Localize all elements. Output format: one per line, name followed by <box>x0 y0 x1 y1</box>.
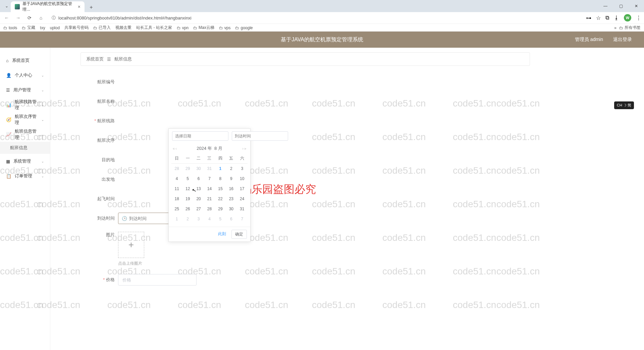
arrive-time-input[interactable]: 🕒 <box>118 213 170 224</box>
dp-day-cell[interactable]: 6 <box>193 174 204 184</box>
dp-day-cell[interactable]: 4 <box>171 174 182 184</box>
dp-now-button[interactable]: 此刻 <box>215 230 229 239</box>
dp-day-cell[interactable]: 31 <box>204 164 215 174</box>
upload-button[interactable]: + <box>118 232 144 258</box>
logout-link[interactable]: 退出登录 <box>613 37 632 43</box>
dp-day-cell[interactable]: 26 <box>182 204 193 214</box>
bookmark-item[interactable]: uplod <box>50 26 60 30</box>
dp-day-cell[interactable]: 12 <box>182 184 193 194</box>
dp-day-cell[interactable]: 22 <box>215 194 226 204</box>
dp-day-cell[interactable]: 11 <box>171 184 182 194</box>
dp-day-cell[interactable]: 19 <box>182 194 193 204</box>
dp-day-cell[interactable]: 29 <box>215 204 226 214</box>
dp-day-cell[interactable]: 15 <box>215 184 226 194</box>
dp-day-cell[interactable]: 13 <box>193 184 204 194</box>
password-icon[interactable]: ⊶ <box>586 15 591 21</box>
bookmark-folder[interactable]: vps <box>219 26 231 30</box>
admin-user-label[interactable]: 管理员 admin <box>575 37 603 43</box>
dp-day-cell[interactable]: 5 <box>215 214 226 224</box>
dp-day-cell[interactable]: 23 <box>226 194 236 204</box>
dp-date-input[interactable] <box>172 131 228 141</box>
bookmark-folder[interactable]: Max云梯 <box>193 25 214 31</box>
dp-day-cell[interactable]: 31 <box>237 204 248 214</box>
sidebar-subitem-flightinfo[interactable]: 航班信息 <box>0 142 50 154</box>
dp-day-cell[interactable]: 21 <box>204 194 215 204</box>
new-tab-button[interactable]: + <box>87 3 96 12</box>
bookmark-folder[interactable]: google <box>235 26 253 30</box>
reload-button[interactable]: ⟳ <box>25 14 34 22</box>
sidebar-item-routes[interactable]: 📊航班线路管理⌄ <box>0 97 50 112</box>
dp-day-cell[interactable]: 16 <box>226 184 236 194</box>
minimize-button[interactable]: — <box>598 0 613 12</box>
extensions-icon[interactable]: ⧉ <box>605 15 609 21</box>
bookmark-folder[interactable]: 已导入 <box>93 25 111 31</box>
bookmark-item[interactable]: 共享账号密码 <box>64 25 89 31</box>
dp-prev-month[interactable]: ‹ <box>175 146 177 150</box>
close-window-button[interactable]: ✕ <box>629 0 644 12</box>
sidebar-item-users[interactable]: ☰用户管理⌄ <box>0 83 50 97</box>
back-button[interactable]: ← <box>3 14 11 22</box>
dp-day-cell[interactable]: 20 <box>193 194 204 204</box>
bookmark-item[interactable]: 站长工具 - 站长之家 <box>136 25 172 31</box>
price-input[interactable] <box>118 274 197 286</box>
bookmark-item[interactable]: txy <box>40 26 45 30</box>
bookmark-folder[interactable]: vpn <box>177 26 189 30</box>
dp-day-cell[interactable]: 18 <box>171 194 182 204</box>
download-icon[interactable]: ⭳ <box>614 15 619 21</box>
dp-ok-button[interactable]: 确定 <box>231 230 247 239</box>
dp-day-cell[interactable]: 24 <box>237 194 248 204</box>
dp-day-cell[interactable]: 4 <box>204 214 215 224</box>
dp-day-cell[interactable]: 3 <box>237 164 248 174</box>
close-icon[interactable]: × <box>78 4 80 9</box>
bookmark-folder[interactable]: tools <box>3 26 17 30</box>
home-button[interactable]: ⌂ <box>37 14 45 22</box>
dp-day-cell[interactable]: 30 <box>226 204 236 214</box>
dp-day-cell[interactable]: 2 <box>182 214 193 224</box>
site-info-icon[interactable]: ⓘ <box>52 15 56 21</box>
dp-next-month[interactable]: › <box>242 146 244 150</box>
bookmark-item[interactable]: 视频去重 <box>115 25 131 31</box>
dp-day-cell[interactable]: 17 <box>237 184 248 194</box>
dp-day-cell[interactable]: 29 <box>182 164 193 174</box>
dp-day-cell[interactable]: 28 <box>204 204 215 214</box>
dp-next-year[interactable]: » <box>244 146 246 150</box>
dp-day-cell[interactable]: 1 <box>171 214 182 224</box>
dp-day-cell[interactable]: 7 <box>237 214 248 224</box>
browser-tab[interactable]: 基于JAVA的航空机票预定管理… × <box>11 1 85 12</box>
all-bookmarks[interactable]: 所有书签 <box>619 25 641 31</box>
dp-day-cell[interactable]: 10 <box>237 174 248 184</box>
dp-day-cell[interactable]: 28 <box>171 164 182 174</box>
dp-day-cell[interactable]: 2 <box>226 164 236 174</box>
dp-day-cell[interactable]: 27 <box>193 204 204 214</box>
sidebar-item-personal[interactable]: 👤个人中心⌄ <box>0 68 50 83</box>
breadcrumb-home[interactable]: 系统首页 <box>86 56 104 62</box>
browser-menu-icon[interactable]: ⋮ <box>636 15 641 21</box>
dp-day-cell[interactable]: 8 <box>215 174 226 184</box>
profile-avatar[interactable]: W <box>624 14 631 21</box>
bookmark-star-icon[interactable]: ☆ <box>596 15 601 21</box>
dp-day-cell[interactable]: 5 <box>182 174 193 184</box>
forward-button[interactable]: → <box>14 14 22 22</box>
dp-day-cell[interactable]: 25 <box>171 204 182 214</box>
dp-day-cell[interactable]: 30 <box>193 164 204 174</box>
dp-day-cell[interactable]: 14 <box>204 184 215 194</box>
dp-day-cell[interactable]: 7 <box>204 174 215 184</box>
dp-prev-year[interactable]: « <box>173 146 175 150</box>
dp-day-cell[interactable]: 1 <box>215 164 226 174</box>
dp-day-cell[interactable]: 6 <box>226 214 236 224</box>
dp-time-input[interactable] <box>232 131 288 141</box>
sidebar-item-flightinfo[interactable]: 📈航班信息管理⌄ <box>0 127 50 142</box>
bookmarks-overflow-icon[interactable]: » <box>614 26 616 30</box>
sidebar-item-sequence[interactable]: 🧭航班次序管理⌄ <box>0 112 50 127</box>
tab-list-dropdown[interactable]: ⌄ <box>3 0 11 12</box>
maximize-button[interactable]: ▢ <box>613 0 629 12</box>
ime-badge[interactable]: CH ☽ 简 <box>614 101 634 109</box>
sidebar-item-orders[interactable]: 📋订单管理⌄ <box>0 169 50 183</box>
bookmark-folder[interactable]: 宝藏 <box>22 25 35 31</box>
arrive-field[interactable] <box>129 216 167 221</box>
sidebar-item-home[interactable]: ⌂系统首页 <box>0 53 50 68</box>
url-field[interactable]: ⓘ localhost:8080/springbootv810b/admin/d… <box>48 15 583 21</box>
sidebar-item-system[interactable]: ▦系统管理⌄ <box>0 154 50 169</box>
dp-day-cell[interactable]: 9 <box>226 174 236 184</box>
dp-day-cell[interactable]: 3 <box>193 214 204 224</box>
